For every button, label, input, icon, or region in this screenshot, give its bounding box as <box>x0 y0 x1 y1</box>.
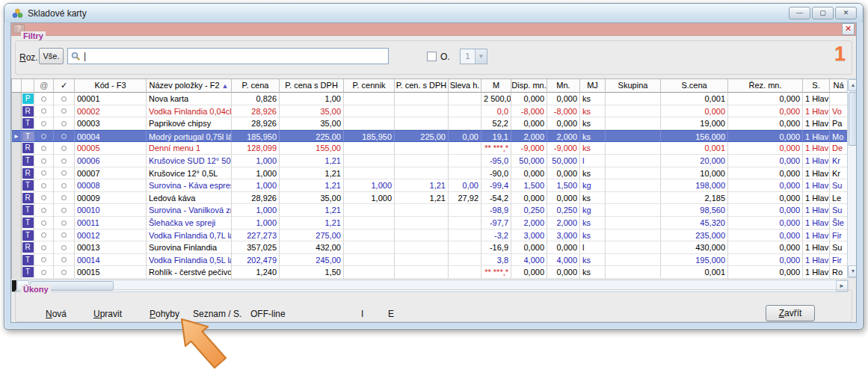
check-marker-cell[interactable] <box>54 241 75 254</box>
cell-unit[interactable]: ks <box>580 142 606 155</box>
cell-group[interactable] <box>606 105 661 118</box>
cell-item-name[interactable]: Surovina - Vanilková zmrz <box>147 204 232 217</box>
cell-sale-price-vat[interactable]: 1,21 <box>280 167 344 180</box>
column-header-available-qty[interactable]: Disp. mn. <box>511 79 547 93</box>
table-row[interactable]: T00015Rohlík - čerstvé pečivo1,2401,50**… <box>12 266 848 279</box>
maximize-button[interactable]: ▢ <box>812 7 834 19</box>
cell-pricelist[interactable] <box>344 105 395 118</box>
cell-pricelist-vat[interactable]: 1,21 <box>395 179 449 192</box>
cell-stock-price[interactable]: 235,000 <box>661 229 728 242</box>
cell-discount[interactable] <box>449 93 481 105</box>
row-selector-cell[interactable] <box>12 241 22 254</box>
cell-sale-price-vat[interactable]: 1,21 <box>280 217 344 229</box>
cell-reserved-qty[interactable]: 0,000 <box>728 192 803 205</box>
cell-discount[interactable] <box>449 105 481 118</box>
cell-available-qty[interactable]: 50,000 <box>511 155 547 167</box>
check-marker-cell[interactable] <box>54 155 75 167</box>
cell-name2[interactable]: Kr <box>830 167 848 180</box>
cell-sale-price[interactable]: 1,000 <box>232 179 280 192</box>
cell-item-name[interactable]: Rohlík - čerstvé pečivo <box>147 266 232 279</box>
cell-pricelist-vat[interactable]: 225,00 <box>395 130 449 143</box>
row-type-badge[interactable]: T <box>22 217 34 229</box>
cell-qty[interactable]: -8,000 <box>547 105 580 118</box>
cell-stock-price[interactable]: 20,000 <box>661 155 728 167</box>
cell-margin[interactable]: -54,2 <box>481 192 511 205</box>
check-marker-cell[interactable] <box>54 204 75 217</box>
attachment-marker-cell[interactable] <box>34 105 54 118</box>
cell-pricelist-vat[interactable] <box>395 142 449 155</box>
cell-pricelist-vat[interactable] <box>395 229 449 242</box>
cell-warehouse[interactable]: 1 Hlav <box>803 204 830 217</box>
cell-pricelist[interactable] <box>344 254 395 267</box>
column-header-row-type[interactable] <box>22 79 34 93</box>
table-row[interactable]: R00005Denní menu 1128,099155,00** ***,*-… <box>12 142 848 155</box>
cell-reserved-qty[interactable]: 0,000 <box>728 229 803 242</box>
cell-item-name[interactable]: Ledová káva <box>147 192 232 205</box>
cell-margin[interactable]: -3,2 <box>481 229 511 242</box>
page-select[interactable]: 1 ▼ <box>460 49 487 64</box>
cell-code[interactable]: 00002 <box>75 105 147 118</box>
cell-margin[interactable]: -99,4 <box>481 179 511 192</box>
column-header-warehouse[interactable]: S. <box>803 79 830 93</box>
table-row[interactable]: P00001Nova karta0,8261,002 500,00,0000,0… <box>12 93 848 105</box>
row-type-badge[interactable]: T <box>22 155 34 167</box>
row-selector-cell[interactable] <box>12 117 22 130</box>
column-header-check-icon[interactable]: ✓ <box>54 79 75 93</box>
table-row[interactable]: T00008Surovina - Káva espresso1,0001,211… <box>12 179 848 192</box>
cell-pricelist-vat[interactable] <box>395 266 449 279</box>
cell-group[interactable] <box>606 155 661 167</box>
row-type-badge[interactable]: T <box>22 130 34 143</box>
cell-pricelist-vat[interactable] <box>395 93 449 105</box>
cell-discount[interactable] <box>449 117 481 130</box>
cell-warehouse[interactable]: 1 Hlav <box>803 229 830 242</box>
cell-warehouse[interactable]: 1 Hlav <box>803 266 830 279</box>
check-marker-cell[interactable] <box>54 117 75 130</box>
cell-reserved-qty[interactable]: 0,000 <box>728 155 803 167</box>
cell-qty[interactable]: 0,000 <box>547 117 580 130</box>
cell-name2[interactable]: Fir <box>830 254 848 267</box>
cell-pricelist[interactable] <box>344 93 395 105</box>
cell-margin[interactable]: 0,0 <box>481 105 511 118</box>
cell-stock-price[interactable]: 0,001 <box>661 266 728 279</box>
cell-qty[interactable]: 4,000 <box>547 254 580 267</box>
table-row[interactable]: T00003Paprikové chipsy28,92635,0052,20,0… <box>12 117 848 130</box>
cell-unit[interactable]: ks <box>580 117 606 130</box>
cell-discount[interactable] <box>449 241 481 254</box>
cell-unit[interactable]: ks <box>580 266 606 279</box>
cell-sale-price[interactable]: 0,826 <box>232 93 280 105</box>
cell-available-qty[interactable]: 0,000 <box>511 266 547 279</box>
cell-pricelist[interactable] <box>344 167 395 180</box>
column-header-discount[interactable]: Sleva h. <box>449 79 481 93</box>
cell-unit[interactable]: ks <box>580 105 606 118</box>
cell-name2[interactable]: Le <box>830 192 848 205</box>
close-dialog-button[interactable]: Zavřít <box>766 305 815 321</box>
attachment-marker-cell[interactable] <box>34 266 54 279</box>
cell-stock-price[interactable]: 0,001 <box>661 93 728 105</box>
cell-reserved-qty[interactable]: 0,000 <box>728 93 803 105</box>
cell-pricelist-vat[interactable] <box>395 217 449 229</box>
attachment-marker-cell[interactable] <box>34 155 54 167</box>
cell-discount[interactable] <box>449 204 481 217</box>
cell-name2[interactable]: Su <box>830 204 848 217</box>
cell-code[interactable]: 00004 <box>75 130 147 143</box>
row-type-badge[interactable]: T <box>22 229 34 242</box>
column-header-name2[interactable]: Ná <box>830 79 848 93</box>
cell-pricelist[interactable]: 1,000 <box>344 192 395 205</box>
row-selector-cell[interactable] <box>12 105 22 118</box>
scroll-up-icon[interactable]: ▲ <box>848 79 857 91</box>
cell-unit[interactable]: ks <box>580 217 606 229</box>
cell-unit[interactable]: ks <box>580 192 606 205</box>
cell-pricelist[interactable] <box>344 155 395 167</box>
cell-sale-price[interactable]: 1,000 <box>232 204 280 217</box>
cell-code[interactable]: 00008 <box>75 179 147 192</box>
action-pohyby[interactable]: Pohyby <box>150 309 179 319</box>
cell-available-qty[interactable]: 0,000 <box>511 241 547 254</box>
attachment-marker-cell[interactable] <box>34 142 54 155</box>
cell-available-qty[interactable]: -8,000 <box>511 105 547 118</box>
cell-warehouse[interactable]: 1 Hlav <box>803 142 830 155</box>
column-header-code[interactable]: Kód - F3 <box>75 79 147 93</box>
cell-pricelist[interactable] <box>344 266 395 279</box>
table-row[interactable]: R00007Krušovice 12° 0,5L1,0001,21-90,00,… <box>12 167 848 180</box>
cell-warehouse[interactable]: 1 Hlav <box>803 241 830 254</box>
cell-margin[interactable]: -90,0 <box>481 167 511 180</box>
